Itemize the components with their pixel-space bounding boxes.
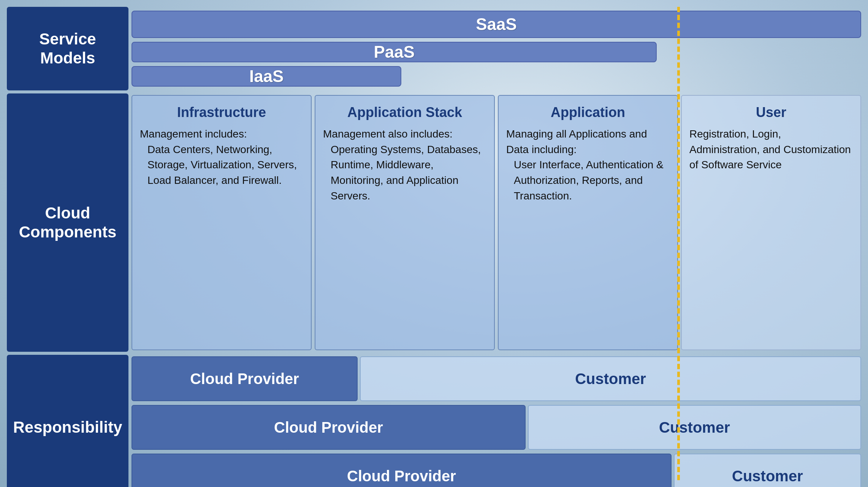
user-title: User: [689, 104, 853, 120]
iaas-responsibility-row: Cloud Provider Customer: [131, 356, 861, 401]
iaas-bar: IaaS: [131, 66, 401, 87]
service-models-content: SaaS PaaS IaaS: [131, 7, 861, 90]
saas-customer: Customer: [674, 454, 861, 487]
service-models-label: Service Models: [7, 7, 128, 90]
paas-provider: Cloud Provider: [131, 405, 526, 450]
cloud-components-content: Infrastructure Management includes: Data…: [131, 93, 861, 352]
app-stack-title: Application Stack: [323, 104, 486, 120]
responsibility-label: Responsibility: [7, 355, 128, 487]
app-stack-card: Application Stack Management also includ…: [315, 95, 495, 350]
saas-bar: SaaS: [131, 11, 861, 38]
iaas-customer: Customer: [360, 356, 861, 401]
app-stack-details: Operating Systems, Databases, Runtime, M…: [323, 142, 486, 204]
application-card: Application Managing all Applications an…: [498, 95, 678, 350]
infrastructure-details: Data Centers, Networking, Storage, Virtu…: [140, 142, 303, 188]
user-body: Registration, Login, Administration, and…: [689, 126, 853, 173]
application-details: User Interface, Authentication & Authori…: [506, 157, 670, 204]
paas-customer: Customer: [528, 405, 861, 450]
infrastructure-body: Management includes: Data Centers, Netwo…: [140, 126, 303, 188]
responsibility-content: Cloud Provider Customer Cloud Provider C…: [131, 355, 861, 487]
saas-provider: Cloud Provider: [131, 454, 672, 487]
cloud-components-label: Cloud Components: [7, 93, 128, 352]
saas-responsibility-row: Cloud Provider Customer: [131, 454, 861, 487]
infrastructure-title: Infrastructure: [140, 104, 303, 120]
paas-responsibility-row: Cloud Provider Customer: [131, 405, 861, 450]
app-stack-body: Management also includes: Operating Syst…: [323, 126, 486, 204]
iaas-provider: Cloud Provider: [131, 356, 358, 401]
user-card: User Registration, Login, Administration…: [681, 95, 861, 350]
paas-bar: PaaS: [131, 42, 657, 62]
infrastructure-card: Infrastructure Management includes: Data…: [131, 95, 312, 350]
application-body: Managing all Applications and Data inclu…: [506, 126, 670, 204]
application-title: Application: [506, 104, 670, 120]
